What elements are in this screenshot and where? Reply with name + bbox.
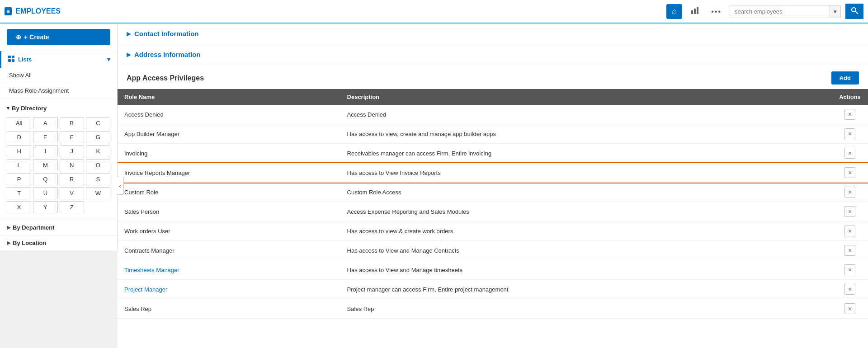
col-actions: Actions bbox=[832, 89, 868, 105]
role-actions-cell: × bbox=[832, 299, 868, 319]
by-department-label: By Department bbox=[13, 224, 54, 231]
alpha-y[interactable]: Y bbox=[33, 201, 57, 213]
alpha-h[interactable]: H bbox=[7, 145, 31, 157]
alpha-o[interactable]: O bbox=[86, 159, 110, 171]
alpha-m[interactable]: M bbox=[33, 159, 57, 171]
more-icon: ••• bbox=[711, 8, 722, 15]
alpha-z[interactable]: Z bbox=[60, 201, 84, 213]
role-name-cell: Project Manager bbox=[118, 280, 340, 299]
role-description-cell: Has access to View Invoice Reports bbox=[340, 163, 832, 183]
alpha-w[interactable]: W bbox=[86, 187, 110, 199]
alpha-u[interactable]: U bbox=[33, 187, 57, 199]
role-name-cell: Contracts Manager bbox=[118, 241, 340, 260]
remove-role-button[interactable]: × bbox=[844, 264, 855, 275]
role-description-cell: Access Expense Reporting and Sales Modul… bbox=[340, 202, 832, 221]
alpha-x[interactable]: X bbox=[7, 201, 31, 213]
contact-info-section-header[interactable]: ▶ Contact Information bbox=[118, 24, 868, 44]
alpha-d[interactable]: D bbox=[7, 131, 31, 143]
role-description-cell: Project manager can access Firm, Entire … bbox=[340, 280, 832, 299]
search-container: ▾ bbox=[730, 5, 841, 18]
role-actions-cell: × bbox=[832, 221, 868, 241]
sidebar-item-by-location[interactable]: ▶ By Location bbox=[0, 235, 117, 250]
role-name-cell: Sales Person bbox=[118, 202, 340, 221]
table-header-row: Role Name Description Actions bbox=[118, 89, 868, 105]
alpha-s[interactable]: S bbox=[86, 173, 110, 185]
directory-label: By Directory bbox=[12, 105, 47, 112]
create-button[interactable]: ⊕ + Create bbox=[7, 29, 110, 45]
remove-role-button[interactable]: × bbox=[844, 245, 855, 256]
remove-role-button[interactable]: × bbox=[844, 206, 855, 217]
alpha-grid: All A B C D E F G H I J K L M N O P bbox=[7, 114, 110, 216]
chart-button[interactable] bbox=[687, 3, 703, 20]
role-actions-cell: × bbox=[832, 163, 868, 183]
role-actions-cell: × bbox=[832, 280, 868, 299]
alpha-n[interactable]: N bbox=[60, 159, 84, 171]
alpha-e[interactable]: E bbox=[33, 131, 57, 143]
alpha-all[interactable]: All bbox=[7, 117, 31, 129]
sidebar-collapse-handle[interactable]: ‹ bbox=[117, 177, 124, 195]
directory-header[interactable]: ▾ By Directory bbox=[7, 102, 110, 114]
home-button[interactable]: ⌂ bbox=[666, 4, 682, 19]
role-name-link[interactable]: Timesheets Manager bbox=[124, 267, 179, 273]
table-row: Work orders UserHas access to view & cre… bbox=[118, 221, 868, 241]
contact-chevron-icon: ▶ bbox=[127, 31, 131, 37]
add-role-button[interactable]: Add bbox=[831, 71, 859, 85]
role-actions-cell: × bbox=[832, 241, 868, 260]
brand-icon: ≡ bbox=[5, 7, 12, 15]
remove-role-button[interactable]: × bbox=[844, 226, 855, 236]
roles-table: Role Name Description Actions Access Den… bbox=[118, 89, 868, 319]
search-dropdown-button[interactable]: ▾ bbox=[830, 5, 840, 18]
remove-role-button[interactable]: × bbox=[844, 284, 855, 295]
sidebar-item-by-department[interactable]: ▶ By Department bbox=[0, 220, 117, 235]
alpha-f[interactable]: F bbox=[60, 131, 84, 143]
alpha-r[interactable]: R bbox=[60, 173, 84, 185]
alpha-a[interactable]: A bbox=[33, 117, 57, 129]
remove-role-button[interactable]: × bbox=[844, 148, 855, 159]
alpha-k[interactable]: K bbox=[86, 145, 110, 157]
sidebar: ⊕ + Create Lis bbox=[0, 24, 118, 250]
mass-role-label: Mass Role Assignment bbox=[9, 87, 69, 94]
role-description-cell: Has access to View and Manage Contracts bbox=[340, 241, 832, 260]
directory-collapse-icon: ▾ bbox=[7, 105, 9, 111]
svg-rect-0 bbox=[691, 10, 693, 14]
search-go-button[interactable] bbox=[845, 4, 863, 19]
svg-rect-6 bbox=[12, 56, 14, 58]
col-role-name: Role Name bbox=[118, 89, 340, 105]
sidebar-item-mass-role[interactable]: Mass Role Assignment bbox=[0, 83, 117, 99]
address-info-label: Address Information bbox=[134, 51, 201, 58]
svg-rect-5 bbox=[8, 56, 11, 58]
app-title: EMPLOYEES bbox=[15, 7, 61, 15]
role-name-cell: Timesheets Manager bbox=[118, 260, 340, 280]
remove-role-button[interactable]: × bbox=[844, 109, 855, 120]
role-description-cell: Access Denied bbox=[340, 105, 832, 124]
address-info-section-header[interactable]: ▶ Address Information bbox=[118, 44, 868, 65]
role-actions-cell: × bbox=[832, 124, 868, 144]
remove-role-button[interactable]: × bbox=[844, 128, 855, 139]
role-description-cell: Receivables manager can access Firm, Ent… bbox=[340, 144, 832, 163]
sidebar-item-show-all[interactable]: Show All bbox=[0, 68, 117, 83]
role-name-cell: Work orders User bbox=[118, 221, 340, 241]
alpha-i[interactable]: I bbox=[33, 145, 57, 157]
remove-role-button[interactable]: × bbox=[844, 187, 855, 198]
directory-section: ▾ By Directory All A B C D E F G H I J K… bbox=[0, 99, 117, 220]
role-description-cell: Custom Role Access bbox=[340, 183, 832, 202]
alpha-v[interactable]: V bbox=[60, 187, 84, 199]
alpha-l[interactable]: L bbox=[7, 159, 31, 171]
lists-header[interactable]: Lists ▾ bbox=[0, 51, 117, 68]
role-name-link[interactable]: Project Manager bbox=[124, 286, 167, 293]
create-label: + Create bbox=[24, 33, 49, 41]
alpha-b[interactable]: B bbox=[60, 117, 84, 129]
alpha-q[interactable]: Q bbox=[33, 173, 57, 185]
table-row: Access DeniedAccess Denied× bbox=[118, 105, 868, 124]
remove-role-button[interactable]: × bbox=[844, 167, 855, 178]
alpha-t[interactable]: T bbox=[7, 187, 31, 199]
table-row: Project ManagerProject manager can acces… bbox=[118, 280, 868, 299]
alpha-g[interactable]: G bbox=[86, 131, 110, 143]
alpha-j[interactable]: J bbox=[60, 145, 84, 157]
role-actions-cell: × bbox=[832, 105, 868, 124]
search-input[interactable] bbox=[730, 5, 830, 18]
remove-role-button[interactable]: × bbox=[844, 303, 855, 314]
more-button[interactable]: ••• bbox=[708, 4, 725, 19]
alpha-p[interactable]: P bbox=[7, 173, 31, 185]
alpha-c[interactable]: C bbox=[86, 117, 110, 129]
